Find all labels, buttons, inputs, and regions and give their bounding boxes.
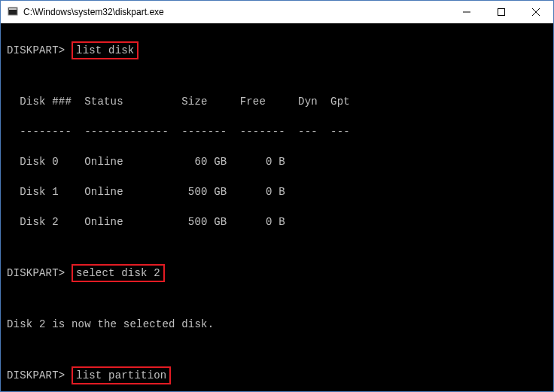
- message-disk-selected: Disk 2 is now the selected disk.: [7, 317, 547, 332]
- diskpart-window: C:\Windows\system32\diskpart.exe DISKPAR…: [0, 0, 554, 392]
- minimize-button[interactable]: [449, 1, 484, 23]
- maximize-button[interactable]: [484, 1, 519, 23]
- window-title: C:\Windows\system32\diskpart.exe: [23, 7, 449, 17]
- disk-table-header: Disk ### Status Size Free Dyn Gpt: [7, 94, 547, 109]
- command-list-partition: list partition: [72, 366, 171, 384]
- prompt: DISKPART>: [7, 369, 65, 381]
- app-icon: [7, 6, 19, 18]
- prompt: DISKPART>: [7, 267, 65, 279]
- close-button[interactable]: [519, 1, 553, 23]
- table-row: Disk 0 Online 60 GB 0 B: [7, 154, 547, 169]
- command-list-disk: list disk: [72, 41, 138, 59]
- prompt: DISKPART>: [7, 44, 65, 56]
- table-row: Disk 1 Online 500 GB 0 B: [7, 184, 547, 199]
- command-select-disk: select disk 2: [72, 264, 165, 282]
- disk-table-divider: -------- ------------- ------- ------- -…: [7, 124, 547, 139]
- terminal-output: DISKPART> list disk Disk ### Status Size…: [1, 23, 553, 391]
- svg-rect-1: [9, 8, 17, 10]
- table-row: Disk 2 Online 500 GB 0 B: [7, 214, 547, 229]
- titlebar: C:\Windows\system32\diskpart.exe: [1, 1, 553, 23]
- svg-rect-3: [498, 8, 505, 15]
